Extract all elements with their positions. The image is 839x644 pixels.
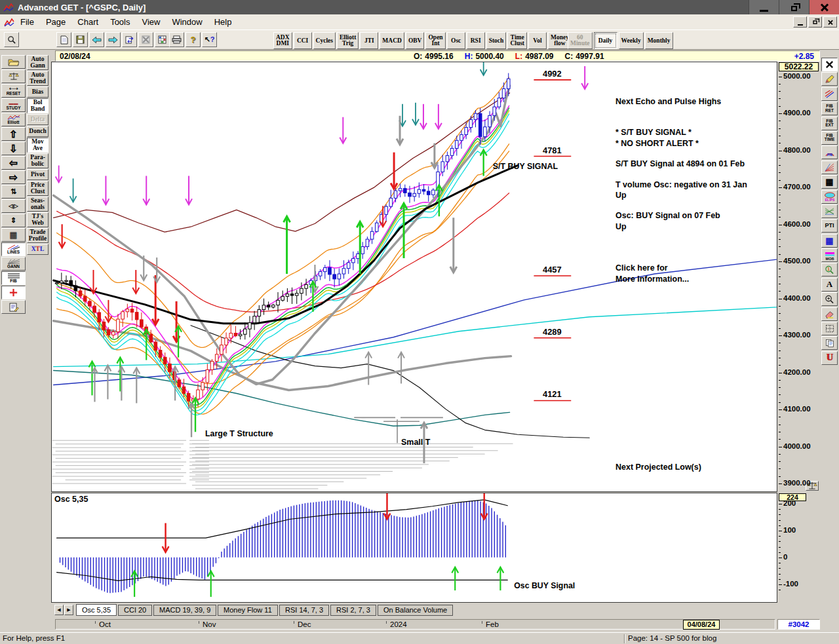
tool-reset-button[interactable]: ⇠⇢RESET: [1, 84, 26, 98]
toolbar-print-button[interactable]: [169, 32, 184, 47]
oscillator-area[interactable]: Osc 5,35 Osc BUY Signal: [51, 493, 777, 603]
study-seasonals-button[interactable]: Seas-onals: [27, 197, 49, 212]
draw-inspect-button[interactable]: 1: [821, 263, 838, 276]
draw-fib-time-button[interactable]: FIBTIME: [821, 131, 838, 145]
indicator-osc-button[interactable]: Osc: [447, 32, 465, 49]
study-auto-trend-button[interactable]: AutoTrend: [27, 71, 49, 86]
chart-area[interactable]: 49924781445742894121Next Echo and Pulse …: [51, 62, 777, 492]
study-mov-ave-button[interactable]: MovAve: [27, 138, 49, 153]
study-auto-gann-button[interactable]: AutoGann: [27, 55, 49, 70]
draw-magnet-button[interactable]: U: [821, 351, 838, 365]
toolbar-help-button[interactable]: ?: [185, 32, 201, 47]
draw-mob-button[interactable]: MOB: [821, 248, 838, 262]
toolbar-grid-color-button[interactable]: [155, 32, 170, 47]
tab-money-flow-11[interactable]: Money Flow 11: [218, 605, 278, 616]
draw-pti-button[interactable]: PTI: [821, 219, 838, 233]
study-tjs-web-button[interactable]: TJ'sWeb: [27, 212, 49, 227]
tool-compress-vertical-button[interactable]: ⇅: [1, 185, 26, 199]
tab-osc-5-35[interactable]: Osc 5,35: [76, 604, 117, 616]
tool-lines-button[interactable]: LINES: [1, 242, 26, 256]
draw-parallel-lines-button[interactable]: [821, 87, 838, 101]
toolbar-zoom-button[interactable]: [4, 32, 19, 47]
tool-scroll-left-button[interactable]: ⇦: [1, 156, 26, 170]
indicator-cycles-button[interactable]: Cycles: [313, 32, 336, 49]
draw-fan-lines-button[interactable]: [821, 161, 838, 174]
minimize-button[interactable]: [749, 0, 779, 14]
tool-compress-horizontal-button[interactable]: ⇕: [1, 214, 26, 227]
tool-gann-button[interactable]: GANN: [1, 257, 26, 271]
restore-button[interactable]: [779, 0, 809, 14]
timeframe-daily-button[interactable]: Daily: [594, 32, 617, 49]
menu-view[interactable]: View: [136, 15, 166, 29]
menu-help[interactable]: Help: [208, 15, 238, 29]
indicator-time-clust-button[interactable]: Time Clust: [507, 32, 527, 49]
tab-rsi-2-7-3[interactable]: RSI 2, 7, 3: [330, 605, 376, 616]
tool-properties-button[interactable]: [1, 300, 26, 314]
draw-crossed-fan-button[interactable]: [821, 204, 838, 218]
indicator-elliott-trig-button[interactable]: Elliott Trig: [337, 32, 359, 49]
study-price-clust-button[interactable]: PriceClust: [27, 181, 49, 196]
tool-grid-button[interactable]: ▦: [1, 228, 26, 242]
toolbar-back-button[interactable]: [89, 32, 104, 47]
draw-eraser-button[interactable]: [821, 307, 838, 321]
toolbar-refresh-button[interactable]: [122, 32, 137, 47]
draw-ellipse-button[interactable]: ELIPS: [821, 190, 838, 204]
study-delta-button[interactable]: Delta: [27, 114, 49, 125]
menu-file[interactable]: File: [14, 15, 40, 29]
study-bol-band-button[interactable]: BolBand: [27, 98, 49, 113]
timeframe-60-minute-button[interactable]: 60 Minute: [568, 32, 593, 49]
tab-rsi-14-7-3[interactable]: RSI 14, 7, 3: [279, 605, 329, 616]
draw-text-tool-button[interactable]: A: [821, 278, 838, 292]
tool-scales-button[interactable]: [1, 69, 26, 83]
menu-page[interactable]: Page: [40, 15, 71, 29]
toolbar-grid-disabled-button[interactable]: [138, 32, 153, 47]
tool-open-chart-button[interactable]: [1, 55, 26, 69]
indicator-obv-button[interactable]: OBV: [406, 32, 425, 49]
draw-zoom-in-button[interactable]: [821, 292, 838, 306]
study-trade-profile-button[interactable]: TradeProfile: [27, 228, 49, 243]
oscillator-scale[interactable]: 224 2001000-100: [779, 493, 820, 603]
draw-fib-extension-button[interactable]: FIBEXT: [821, 117, 838, 130]
draw-grid-tool-button[interactable]: ▦: [821, 175, 838, 189]
draw-pencil-button[interactable]: [821, 72, 838, 86]
tab-scroll-left[interactable]: ◀: [54, 605, 64, 615]
tab-on-balance-volume[interactable]: On Balance Volume: [378, 605, 453, 616]
menu-window[interactable]: Window: [166, 15, 208, 29]
draw-fib-arc-button[interactable]: FIB: [821, 145, 838, 159]
toolbar-context-help-button[interactable]: ↖?: [202, 32, 217, 47]
toolbar-forward-button[interactable]: [106, 32, 121, 47]
indicator-stoch-button[interactable]: Stoch: [486, 32, 507, 49]
indicator-macd-button[interactable]: MACD: [380, 32, 404, 49]
menu-tools[interactable]: Tools: [104, 15, 136, 29]
draw-fib-retracement-button[interactable]: FIBRET: [821, 102, 838, 115]
tool-study-button[interactable]: ▬▬STUDY: [1, 98, 26, 112]
indicator-adx-dmi-button[interactable]: ADX DMI: [273, 32, 292, 49]
tool-scroll-up-button[interactable]: ⇧: [1, 127, 26, 141]
indicator-rsi-button[interactable]: RSI: [467, 32, 485, 49]
study-donch-button[interactable]: Donch: [27, 126, 49, 137]
mdi-close-button[interactable]: [823, 16, 837, 28]
study-xtl-button[interactable]: XTL: [27, 244, 49, 255]
price-scale[interactable]: 5022.22 5000.004900.004800.004700.004600…: [779, 62, 820, 492]
tab-scroll-right[interactable]: ▶: [64, 605, 73, 615]
mdi-restore-button[interactable]: [808, 16, 822, 28]
tool-expand-horizontal-button[interactable]: ◁|▷: [1, 199, 26, 213]
tool-scroll-right-button[interactable]: ⇨: [1, 170, 26, 184]
toolbar-save-button[interactable]: [73, 32, 88, 47]
timeframe-monthly-button[interactable]: Monthly: [645, 32, 673, 49]
draw-dashed-grid-button[interactable]: [821, 322, 838, 335]
toolbar-new-page-button[interactable]: [56, 32, 71, 47]
indicator-vol-button[interactable]: Vol: [528, 32, 547, 49]
indicator-open-int-button[interactable]: Open Int: [425, 32, 445, 49]
timeframe-weekly-button[interactable]: Weekly: [619, 32, 644, 49]
tool-fib-button[interactable]: FIB: [1, 271, 26, 285]
indicator-cci-button[interactable]: CCI: [294, 32, 312, 49]
menu-chart[interactable]: Chart: [71, 15, 104, 29]
tool-crosshair-button[interactable]: [1, 286, 26, 299]
tab-macd-19-39-9[interactable]: MACD 19, 39, 9: [153, 605, 216, 616]
draw-copy-pages-button[interactable]: [821, 336, 838, 350]
tool-elliott-button[interactable]: Elliott: [1, 113, 26, 126]
study-parabolic-button[interactable]: Para-bolic: [27, 153, 49, 168]
draw-pointer-button[interactable]: [821, 58, 838, 71]
study-bias-button[interactable]: Bias: [27, 86, 49, 98]
